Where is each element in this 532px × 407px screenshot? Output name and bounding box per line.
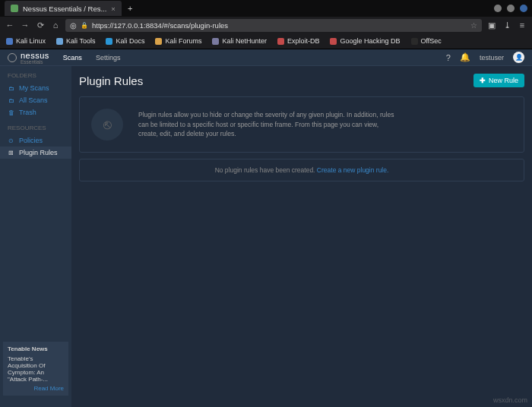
lock-icon: 🔒 <box>81 22 88 29</box>
folder-icon: 🗑 <box>8 109 14 116</box>
bookmark-icon <box>212 38 219 45</box>
bookmark-icon <box>330 38 337 45</box>
news-title: Tenable's Acquisition Of Cymptom: An "At… <box>8 355 64 383</box>
window-controls <box>494 5 527 12</box>
sidebar: FOLDERS 🗀My Scans🗀All Scans🗑Trash RESOUR… <box>0 66 71 407</box>
sidebar-item-label: Policies <box>19 137 43 144</box>
bookmark-label: Kali Linux <box>16 37 46 45</box>
folder-icon: 🗀 <box>8 85 14 92</box>
bookmark-star-icon[interactable]: ☆ <box>470 21 477 30</box>
bookmark-item[interactable]: OffSec <box>411 37 442 45</box>
bookmark-item[interactable]: Exploit-DB <box>277 37 320 45</box>
bookmark-item[interactable]: Google Hacking DB <box>330 37 400 45</box>
back-button[interactable]: ← <box>5 21 15 30</box>
brand-sub: Essentials <box>21 59 49 65</box>
window-minimize-button[interactable] <box>494 5 502 12</box>
plus-icon: ✚ <box>480 77 486 84</box>
bookmark-icon <box>106 38 112 45</box>
bookmark-item[interactable]: Kali Tools <box>56 37 95 45</box>
notifications-icon[interactable]: 🔔 <box>460 52 470 62</box>
new-rule-label: New Rule <box>489 77 518 84</box>
plugin-rules-icon: ⎋ <box>91 109 123 140</box>
logo-mark-icon <box>8 53 17 62</box>
bookmark-item[interactable]: Kali Docs <box>106 37 144 45</box>
main-content: Plugin Rules ✚ New Rule ⎋ Plugin rules a… <box>71 66 532 407</box>
forward-button[interactable]: → <box>20 21 30 30</box>
bookmark-icon <box>411 38 418 45</box>
resources-heading: RESOURCES <box>0 118 71 134</box>
page-title: Plugin Rules <box>79 74 143 87</box>
bookmark-label: Kali Docs <box>116 37 144 45</box>
bookmark-label: Kali Tools <box>66 37 95 45</box>
sidebar-resource-item[interactable]: ⊞Plugin Rules <box>0 147 71 159</box>
sidebar-item-label: Plugin Rules <box>19 149 58 156</box>
sidebar-resource-item[interactable]: ⊙Policies <box>0 134 71 147</box>
bookmark-label: Exploit-DB <box>287 37 320 45</box>
nav-settings[interactable]: Settings <box>96 54 121 62</box>
tab-close-icon[interactable]: × <box>111 5 116 13</box>
sidebar-folder-item[interactable]: 🗀All Scans <box>0 94 71 106</box>
url-text: https://127.0.0.1:8834/#/scans/plugin-ru… <box>92 21 228 30</box>
username[interactable]: testuser <box>480 54 504 62</box>
news-heading: Tenable News <box>8 345 64 352</box>
browser-toolbar: ← → ⟳ ⌂ ◎ 🔒 https://127.0.0.1:8834/#/sca… <box>0 17 532 33</box>
app-header: nessus Essentials Scans Settings ? 🔔 tes… <box>0 49 532 66</box>
bookmark-label: OffSec <box>421 37 442 45</box>
bookmark-icon <box>277 38 284 45</box>
app-logo[interactable]: nessus Essentials <box>8 51 49 65</box>
folder-icon: 🗀 <box>8 97 14 104</box>
bookmark-item[interactable]: Kali NetHunter <box>212 37 267 45</box>
window-maximize-button[interactable] <box>507 5 515 12</box>
watermark: wsxdn.com <box>493 396 527 404</box>
resource-icon: ⊙ <box>8 137 14 144</box>
bookmark-item[interactable]: Kali Linux <box>6 37 46 45</box>
downloads-icon[interactable]: ⤓ <box>502 21 512 30</box>
tab-title: Nessus Essentials / Res... <box>23 5 106 13</box>
page-head: Plugin Rules ✚ New Rule <box>79 74 524 87</box>
bookmark-label: Kali NetHunter <box>222 37 267 45</box>
bookmark-icon <box>56 38 63 45</box>
bookmark-icon <box>6 38 13 45</box>
new-rule-button[interactable]: ✚ New Rule <box>473 74 524 87</box>
info-box: ⎋ Plugin rules allow you to hide or chan… <box>79 96 524 153</box>
bookmark-label: Google Hacking DB <box>340 37 400 45</box>
home-button[interactable]: ⌂ <box>50 21 61 30</box>
reload-button[interactable]: ⟳ <box>35 21 46 30</box>
bookmark-label: Kali Forums <box>165 37 201 45</box>
bookmark-item[interactable]: Kali Forums <box>155 37 201 45</box>
brand-name: nessus <box>21 51 49 60</box>
save-page-icon[interactable]: ▣ <box>486 21 497 30</box>
news-read-more[interactable]: Read More <box>8 385 64 392</box>
sidebar-folder-item[interactable]: 🗑Trash <box>0 106 71 118</box>
help-icon[interactable]: ? <box>446 53 451 62</box>
bookmark-icon <box>155 38 162 45</box>
sidebar-item-label: Trash <box>19 109 36 116</box>
info-text: Plugin rules allow you to hide or change… <box>138 110 397 139</box>
window-close-button[interactable] <box>520 5 527 12</box>
shield-icon: ◎ <box>70 21 77 30</box>
avatar[interactable]: 👤 <box>513 52 524 63</box>
tab-favicon <box>11 5 18 12</box>
bookmarks-bar: Kali LinuxKali ToolsKali DocsKali Forums… <box>0 33 532 49</box>
nav-scans[interactable]: Scans <box>63 54 82 62</box>
empty-state: No plugin rules have been created. Creat… <box>79 159 524 181</box>
news-card: Tenable News Tenable's Acquisition Of Cy… <box>3 342 68 396</box>
resource-icon: ⊞ <box>8 150 14 156</box>
browser-titlebar: Nessus Essentials / Res... × + <box>0 0 532 17</box>
browser-tab[interactable]: Nessus Essentials / Res... × <box>5 1 122 16</box>
sidebar-item-label: All Scans <box>19 96 48 104</box>
url-bar[interactable]: ◎ 🔒 https://127.0.0.1:8834/#/scans/plugi… <box>65 19 482 32</box>
app-body: FOLDERS 🗀My Scans🗀All Scans🗑Trash RESOUR… <box>0 66 532 407</box>
menu-icon[interactable]: ≡ <box>517 21 527 30</box>
sidebar-folder-item[interactable]: 🗀My Scans <box>0 82 71 94</box>
sidebar-item-label: My Scans <box>19 84 49 92</box>
create-rule-link[interactable]: Create a new plugin rule. <box>317 166 389 174</box>
new-tab-button[interactable]: + <box>128 4 132 13</box>
empty-text: No plugin rules have been created. <box>215 166 317 174</box>
folders-heading: FOLDERS <box>0 66 71 82</box>
